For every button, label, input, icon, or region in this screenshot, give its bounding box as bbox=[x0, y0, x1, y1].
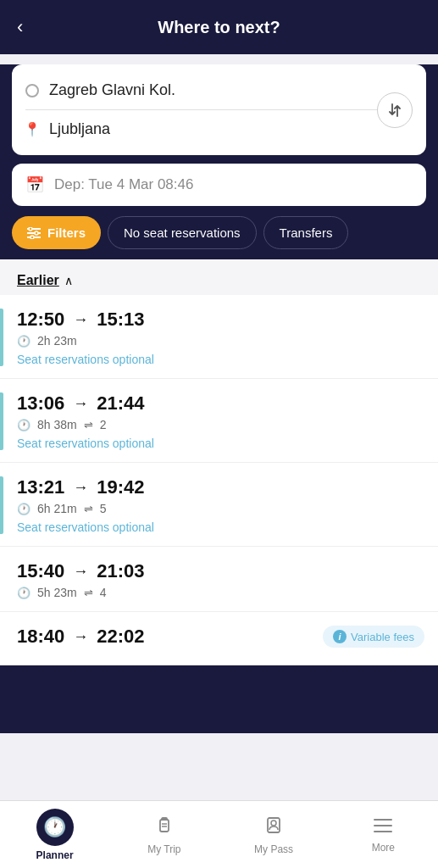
planner-label: Planner bbox=[36, 849, 74, 861]
trip-item[interactable]: 18:40 → 22:02 i Variable fees bbox=[0, 612, 438, 665]
transfer-icon: ⇌ bbox=[84, 419, 93, 431]
results-area: Earlier ∧ 12:50 → 15:13 🕐 2h 23m Seat re… bbox=[0, 259, 438, 665]
trip-duration: 6h 21m bbox=[37, 502, 77, 515]
more-label: More bbox=[372, 842, 395, 854]
trip-meta: 🕐 2h 23m bbox=[17, 334, 421, 348]
transfer-label: Transfers bbox=[280, 225, 333, 240]
no-seat-label: No seat reservations bbox=[124, 225, 241, 240]
trip-depart: 18:40 bbox=[17, 626, 64, 648]
more-icon bbox=[373, 816, 393, 838]
swap-button[interactable] bbox=[377, 92, 413, 128]
trip-arrow: → bbox=[73, 563, 88, 581]
calendar-icon: 📅 bbox=[25, 175, 44, 194]
trip-arrive: 21:03 bbox=[97, 560, 144, 582]
origin-icon bbox=[25, 84, 39, 97]
trip-bar bbox=[0, 309, 3, 366]
earlier-label: Earlier bbox=[17, 273, 59, 288]
trip-transfers: 5 bbox=[100, 502, 107, 515]
date-text: Dep: Tue 4 Mar 08:46 bbox=[54, 176, 193, 193]
trip-item[interactable]: 13:06 → 21:44 🕐 8h 38m ⇌ 2 Seat reservat… bbox=[0, 379, 438, 463]
trip-arrive: 15:13 bbox=[97, 309, 144, 331]
trip-meta: 🕐 8h 38m ⇌ 2 bbox=[17, 418, 421, 431]
main-content: Zagreb Glavni Kol. 📍 Ljubljana 📅 Dep: Tu… bbox=[0, 64, 438, 733]
my-trip-label: My Trip bbox=[147, 843, 180, 855]
trip-arrow: → bbox=[73, 628, 88, 646]
trip-arrive: 19:42 bbox=[97, 476, 144, 498]
trip-depart: 12:50 bbox=[17, 309, 64, 331]
filters-label: Filters bbox=[47, 225, 86, 240]
filter-bar: Filters No seat reservations Transfers bbox=[0, 216, 438, 259]
trip-arrive: 22:02 bbox=[97, 626, 144, 648]
trip-depart: 13:21 bbox=[17, 476, 64, 498]
trip-arrow: → bbox=[73, 311, 88, 329]
trip-item[interactable]: 15:40 → 21:03 🕐 5h 23m ⇌ 4 bbox=[0, 547, 438, 612]
nav-my-trip[interactable]: My Trip bbox=[109, 801, 219, 868]
svg-point-3 bbox=[29, 227, 32, 231]
destination-text: Ljubljana bbox=[49, 120, 110, 138]
svg-point-5 bbox=[30, 236, 34, 239]
trip-item[interactable]: 12:50 → 15:13 🕐 2h 23m Seat reservations… bbox=[0, 295, 438, 379]
back-button[interactable]: ‹ bbox=[17, 16, 23, 38]
filters-button[interactable]: Filters bbox=[12, 216, 101, 249]
seat-text: Seat reservations optional bbox=[17, 520, 421, 534]
my-trip-icon bbox=[154, 815, 175, 840]
seat-text: Seat reservations optional bbox=[17, 437, 421, 450]
trip-transfers: 2 bbox=[100, 418, 107, 431]
trip-duration: 5h 23m bbox=[37, 586, 77, 599]
transfer-icon: ⇌ bbox=[84, 503, 93, 515]
trip-transfers: 4 bbox=[100, 586, 107, 599]
trip-bar bbox=[0, 392, 3, 450]
date-box[interactable]: 📅 Dep: Tue 4 Mar 08:46 bbox=[12, 164, 426, 206]
variable-fees-badge: i Variable fees bbox=[323, 626, 424, 648]
trip-meta: 🕐 6h 21m ⇌ 5 bbox=[17, 502, 421, 515]
earlier-header[interactable]: Earlier ∧ bbox=[0, 259, 438, 295]
trip-duration: 8h 38m bbox=[37, 418, 77, 431]
destination-row[interactable]: 📍 Ljubljana bbox=[25, 115, 413, 143]
trip-arrive: 21:44 bbox=[97, 392, 144, 415]
planner-icon-bg: 🕐 bbox=[36, 809, 74, 846]
variable-fees-text: Variable fees bbox=[351, 631, 414, 643]
transfer-icon: ⇌ bbox=[84, 587, 93, 599]
svg-rect-6 bbox=[160, 820, 169, 832]
nav-my-pass[interactable]: My Pass bbox=[219, 801, 329, 868]
svg-point-4 bbox=[35, 231, 38, 235]
planner-icon: 🕐 bbox=[43, 816, 66, 838]
trip-bar bbox=[0, 476, 3, 534]
trip-item[interactable]: 13:21 → 19:42 🕐 6h 21m ⇌ 5 Seat reservat… bbox=[0, 463, 438, 547]
trip-times: 15:40 → 21:03 bbox=[17, 560, 421, 582]
header: ‹ Where to next? bbox=[0, 0, 438, 54]
nav-planner[interactable]: 🕐 Planner bbox=[0, 801, 109, 868]
search-box: Zagreb Glavni Kol. 📍 Ljubljana bbox=[12, 64, 426, 155]
trip-arrow: → bbox=[73, 395, 88, 413]
trip-times: 12:50 → 15:13 bbox=[17, 309, 421, 331]
trip-meta: 🕐 5h 23m ⇌ 4 bbox=[17, 586, 421, 599]
trip-depart: 13:06 bbox=[17, 392, 64, 415]
trip-arrow: → bbox=[73, 479, 88, 497]
my-pass-label: My Pass bbox=[254, 843, 293, 855]
clock-icon: 🕐 bbox=[17, 419, 30, 431]
bottom-nav: 🕐 Planner My Trip My Pass bbox=[0, 800, 438, 868]
clock-icon: 🕐 bbox=[17, 503, 30, 515]
clock-icon: 🕐 bbox=[17, 335, 30, 348]
no-seat-button[interactable]: No seat reservations bbox=[108, 216, 257, 249]
info-icon: i bbox=[333, 630, 347, 643]
trip-times: 13:06 → 21:44 bbox=[17, 392, 421, 415]
seat-text: Seat reservations optional bbox=[17, 353, 421, 366]
destination-icon: 📍 bbox=[25, 123, 39, 136]
trip-duration: 2h 23m bbox=[37, 334, 77, 348]
my-pass-icon bbox=[263, 815, 284, 840]
origin-text: Zagreb Glavni Kol. bbox=[49, 81, 175, 99]
earlier-caret: ∧ bbox=[64, 274, 73, 287]
header-title: Where to next? bbox=[17, 18, 421, 37]
trip-times: 13:21 → 19:42 bbox=[17, 476, 421, 498]
clock-icon: 🕐 bbox=[17, 587, 30, 599]
trip-depart: 15:40 bbox=[17, 560, 64, 582]
nav-more[interactable]: More bbox=[329, 801, 438, 868]
transfer-button[interactable]: Transfers bbox=[263, 216, 349, 249]
svg-point-10 bbox=[271, 821, 276, 826]
origin-row[interactable]: Zagreb Glavni Kol. bbox=[25, 76, 413, 110]
